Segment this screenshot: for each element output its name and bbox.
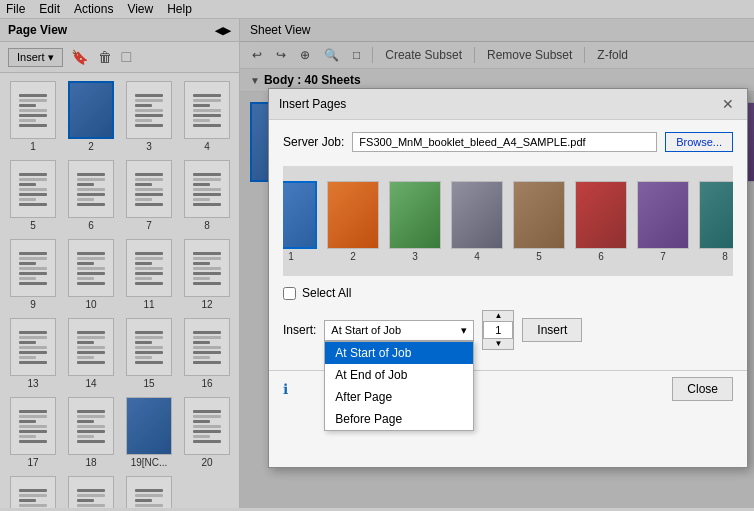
modal-thumb-item[interactable]: 4 — [451, 181, 503, 262]
modal-close-btn[interactable]: Close — [672, 377, 733, 401]
select-all-label: Select All — [302, 286, 351, 300]
spin-up-button[interactable]: ▲ — [483, 311, 513, 321]
server-job-input[interactable] — [352, 132, 657, 152]
server-job-label: Server Job: — [283, 135, 344, 149]
do-insert-button[interactable]: Insert — [522, 318, 582, 342]
modal-thumb-label: 4 — [474, 251, 480, 262]
modal-thumb-item[interactable]: 8 — [699, 181, 733, 262]
modal-thumb-img — [389, 181, 441, 249]
select-all-row: Select All — [283, 286, 733, 300]
modal-thumb-img — [637, 181, 689, 249]
modal-thumb-label: 6 — [598, 251, 604, 262]
modal-thumb-img — [513, 181, 565, 249]
modal-body: Server Job: Browse... 12345678 Select Al… — [269, 120, 747, 370]
select-all-checkbox[interactable] — [283, 287, 296, 300]
modal-thumb-label: 1 — [288, 251, 294, 262]
modal-thumb-img — [575, 181, 627, 249]
modal-overlay: Insert Pages ✕ Server Job: Browse... 123… — [0, 0, 754, 511]
dropdown-option[interactable]: At Start of Job — [325, 342, 473, 364]
dropdown-option[interactable]: After Page — [325, 386, 473, 408]
dropdown-option[interactable]: Before Page — [325, 408, 473, 430]
modal-thumb-img — [699, 181, 733, 249]
modal-thumb-img — [451, 181, 503, 249]
modal-thumb-item[interactable]: 6 — [575, 181, 627, 262]
insert-dropdown-wrapper: At Start of Job ▾ At Start of JobAt End … — [324, 320, 474, 341]
modal-thumb-img — [327, 181, 379, 249]
info-icon: ℹ — [283, 381, 288, 397]
modal-title: Insert Pages — [279, 97, 346, 111]
modal-thumbs: 12345678 — [283, 166, 733, 276]
modal-thumb-label: 7 — [660, 251, 666, 262]
modal-title-bar: Insert Pages ✕ — [269, 89, 747, 120]
modal-thumb-label: 2 — [350, 251, 356, 262]
spin-down-button[interactable]: ▼ — [483, 339, 513, 349]
dropdown-option[interactable]: At End of Job — [325, 364, 473, 386]
insert-label-text: Insert: — [283, 323, 316, 337]
modal-close-button[interactable]: ✕ — [719, 95, 737, 113]
insert-dropdown[interactable]: At Start of Job ▾ — [324, 320, 474, 341]
dropdown-arrow-icon: ▾ — [461, 324, 467, 337]
modal-thumb-label: 5 — [536, 251, 542, 262]
dropdown-value: At Start of Job — [331, 324, 401, 336]
modal-thumb-item[interactable]: 2 — [327, 181, 379, 262]
modal-thumb-item[interactable]: 5 — [513, 181, 565, 262]
modal-thumb-item[interactable]: 7 — [637, 181, 689, 262]
modal-thumb-img — [283, 181, 317, 249]
insert-pages-modal: Insert Pages ✕ Server Job: Browse... 123… — [268, 88, 748, 468]
insert-row: Insert: At Start of Job ▾ At Start of Jo… — [283, 310, 733, 350]
page-number-spinner: ▲ 1 ▼ — [482, 310, 514, 350]
spin-value: 1 — [483, 321, 513, 339]
dropdown-menu: At Start of JobAt End of JobAfter PageBe… — [324, 341, 474, 431]
modal-thumb-label: 8 — [722, 251, 728, 262]
server-job-row: Server Job: Browse... — [283, 132, 733, 152]
modal-thumb-label: 3 — [412, 251, 418, 262]
dropdown-display: At Start of Job ▾ — [331, 324, 467, 337]
browse-button[interactable]: Browse... — [665, 132, 733, 152]
modal-thumb-item[interactable]: 1 — [283, 181, 317, 262]
modal-thumb-item[interactable]: 3 — [389, 181, 441, 262]
